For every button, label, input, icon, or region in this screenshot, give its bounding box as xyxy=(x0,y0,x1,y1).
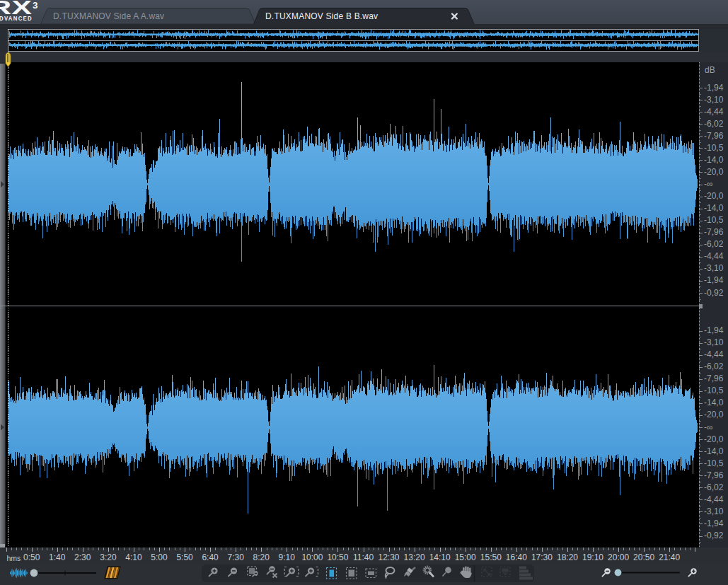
svg-text:DVANCED: DVANCED xyxy=(0,15,33,22)
svg-text:3: 3 xyxy=(33,0,38,11)
